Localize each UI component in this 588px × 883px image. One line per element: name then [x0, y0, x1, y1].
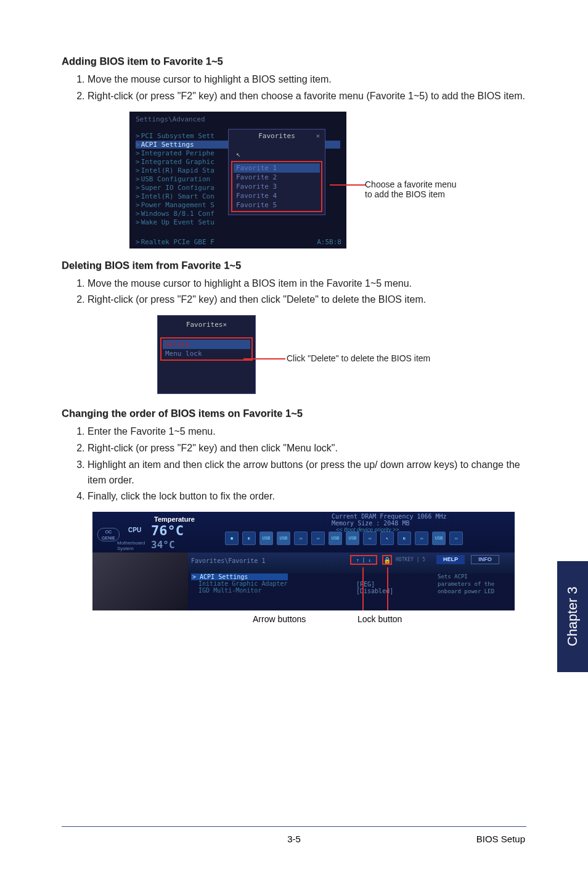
device-icon[interactable]: ◐: [242, 532, 256, 545]
favorite-2-item[interactable]: Favorite 2: [234, 173, 320, 182]
order-step-3: Highlight an item and then click the arr…: [88, 458, 526, 488]
usb-icon[interactable]: USB: [346, 532, 359, 545]
graphic-adapter-item[interactable]: Initiate Graphic Adapter: [191, 580, 288, 587]
deleting-steps: Move the mouse cursor to highlight a BIO…: [62, 276, 526, 308]
oc-genie-button[interactable]: OCGENIE: [97, 528, 120, 541]
annotation-line: [330, 184, 365, 186]
bios-breadcrumb: Settings\Advanced: [136, 115, 340, 123]
device-icon[interactable]: ●: [225, 532, 239, 545]
cursor-icon: ↖: [236, 150, 322, 158]
close-icon[interactable]: ×: [223, 321, 227, 329]
info-button[interactable]: INFO: [471, 555, 499, 564]
motherboard-label: MotherboardSystem: [117, 540, 145, 551]
bios-screenshot-order: OCGENIE Temperature CPU MotherboardSyste…: [92, 512, 515, 610]
hotkey-label: HOTKEY | 5: [396, 557, 425, 562]
help-text: Sets ACPIparameters of theonboard power …: [438, 573, 494, 595]
usb-icon[interactable]: USB: [277, 532, 290, 545]
temperature-label: Temperature: [154, 515, 195, 523]
dram-info: Current DRAM Frequency 1066 MHz Memory S…: [332, 513, 447, 527]
device-icon[interactable]: ◐: [398, 532, 411, 545]
menu-lock-item[interactable]: Menu lock: [163, 349, 250, 358]
delete-item[interactable]: Delete: [163, 340, 250, 349]
bios-screenshot-delete: Favorites× Delete Menu lock Click "Delet…: [157, 315, 478, 394]
device-icon[interactable]: ▭: [363, 532, 377, 545]
annotation-line-arrow: [362, 567, 364, 610]
close-icon[interactable]: ×: [316, 132, 320, 140]
favorite-1-item[interactable]: Favorite 1: [234, 163, 320, 173]
del-step-2: Right-click (or press "F2" key) and then…: [88, 292, 526, 308]
favorite-3-item[interactable]: Favorite 3: [234, 182, 320, 191]
device-icon[interactable]: ▭: [311, 532, 325, 545]
usb-icon[interactable]: USB: [329, 532, 342, 545]
order-step-1: Enter the Favorite 1~5 menu.: [88, 424, 526, 440]
arrow-buttons[interactable]: ↑ | ↓: [350, 555, 377, 565]
bios-settings-list: > ACPI Settings Initiate Graphic Adapter…: [191, 573, 288, 594]
device-icon[interactable]: ▭: [415, 532, 428, 545]
multi-monitor-item[interactable]: IGD Multi-Monitor: [191, 587, 288, 594]
usb-icon[interactable]: USB: [259, 532, 273, 545]
del-step-1: Move the mouse cursor to highlight a BIO…: [88, 276, 526, 292]
add-step-2: Right-click (or press "F2" key) and then…: [88, 89, 526, 104]
mb-temp-value: 34°C: [151, 539, 175, 551]
changing-steps: Enter the Favorite 1~5 menu. Right-click…: [62, 424, 526, 504]
annotation-line-lock: [387, 567, 388, 610]
caption-lock-button: Lock button: [357, 614, 402, 624]
adding-title: Adding BIOS item to Favorite 1~5: [62, 55, 526, 67]
footer-section-name: BIOS Setup: [476, 834, 525, 844]
chapter-tab: Chapter 3: [557, 561, 588, 672]
favorite-4-item[interactable]: Favorite 4: [234, 191, 320, 200]
footer-divider: [62, 826, 526, 827]
usb-icon[interactable]: USB: [432, 532, 446, 545]
annotation-add: Choose a favorite menuto add the BIOS it…: [365, 179, 457, 199]
device-icon[interactable]: ▭: [294, 532, 308, 545]
order-step-4: Finally, click the lock button to fix th…: [88, 489, 526, 504]
annotation-delete: Click "Delete" to delete the BIOS item: [287, 353, 430, 363]
cpu-temp-value: 76°C: [151, 523, 184, 538]
lock-button[interactable]: 🔒: [382, 555, 392, 565]
add-step-1: Move the mouse cursor to highlight a BIO…: [88, 72, 526, 88]
changing-title: Changing the order of BIOS items on Favo…: [62, 408, 526, 419]
deleting-title: Deleting BIOS item from Favorite 1~5: [62, 260, 526, 271]
order-step-2: Right-click (or press "F2" key) and then…: [88, 441, 526, 456]
acpi-settings-item[interactable]: > ACPI Settings: [191, 573, 288, 580]
bios-screenshot-add: Settings\Advanced >PCI Subsystem Sett >A…: [129, 112, 475, 248]
caption-arrow-buttons: Arrow buttons: [253, 614, 306, 624]
device-icon-row: ● ◐ USB USB ▭ ▭ USB USB ▭ ↖ ◐ ▭ USB ▭: [225, 532, 463, 545]
favorites-breadcrumb: Favorites\Favorite 1: [191, 557, 265, 564]
annotation-line: [243, 358, 285, 359]
favorite-5-item[interactable]: Favorite 5: [234, 200, 320, 210]
device-icon[interactable]: ▭: [449, 532, 463, 545]
help-button[interactable]: HELP: [436, 555, 465, 564]
adding-steps: Move the mouse cursor to highlight a BIO…: [62, 72, 526, 104]
cpu-label: CPU: [128, 527, 141, 533]
cursor-icon: ↖: [380, 532, 394, 545]
favorites-popup: Favorites× ↖ Favorite 1 Favorite 2 Favor…: [228, 129, 325, 215]
